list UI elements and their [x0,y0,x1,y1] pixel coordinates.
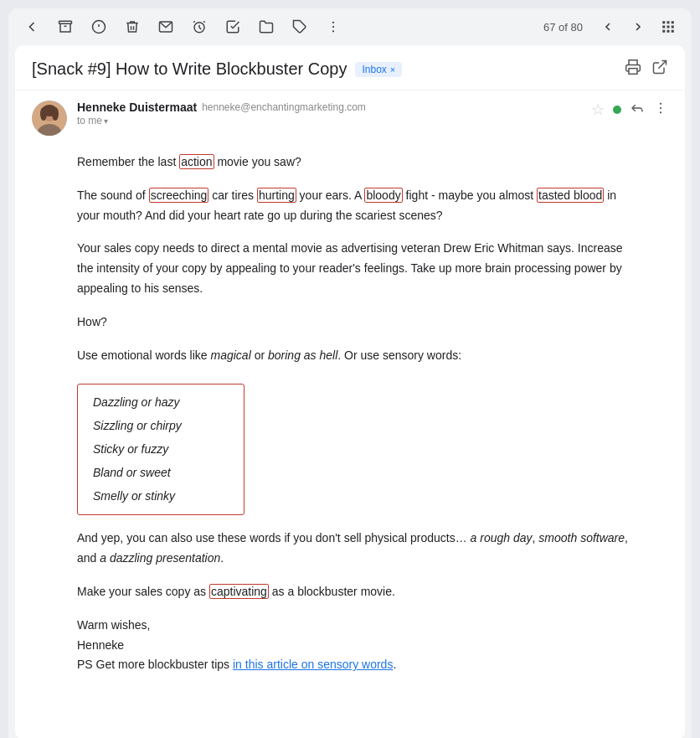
sensory-line-3: Sticky or fuzzy [93,440,229,460]
inbox-badge-close[interactable]: × [390,65,395,75]
svg-rect-10 [662,21,665,23]
snooze-button[interactable] [188,15,211,39]
svg-point-7 [332,22,334,23]
email-button[interactable] [154,15,178,39]
svg-rect-14 [667,26,670,28]
svg-point-25 [40,107,47,121]
email-subject: [Snack #9] How to Write Blockbuster Copy [32,59,347,79]
paragraph-3: Your sales copy needs to direct a mental… [77,239,635,298]
more-button[interactable] [322,15,345,39]
to-me-label: to me [77,115,102,126]
sender-name: Henneke Duistermaat [77,101,197,114]
email-container: 67 of 80 [Snack #9] How to Write Blockbu… [8,8,692,738]
label-button[interactable] [288,15,311,39]
svg-rect-18 [672,30,674,33]
paragraph-5: Use emotional words like magical or bori… [77,346,635,366]
email-body: [Snack #9] How to Write Blockbuster Copy… [15,45,685,738]
paragraph-6: And yep, you can also use these words if… [77,529,635,569]
to-me-dropdown[interactable]: to me ▾ [77,115,108,126]
paragraph-2: The sound of screeching car tires hurtin… [77,186,635,226]
highlight-action: action [179,154,214,169]
next-email-button[interactable] [626,15,650,39]
move-button[interactable] [255,15,278,39]
svg-point-27 [660,103,661,105]
paragraph-7: Make your sales copy as captivating as a… [77,582,635,602]
task-button[interactable] [221,15,244,39]
toolbar-left [20,15,540,39]
sender-meta: to me ▾ [77,115,591,126]
highlight-bloody: bloody [364,188,402,203]
svg-rect-11 [667,21,670,23]
reply-button[interactable] [630,101,645,119]
paragraph-4: How? [77,312,635,333]
print-button[interactable] [625,59,641,80]
sensory-line-2: Sizzling or chirpy [93,416,229,436]
highlight-captivating: captivating [209,584,269,599]
svg-rect-17 [667,30,670,33]
highlight-hurting: hurting [257,188,296,203]
toolbar: 67 of 80 [8,8,692,45]
svg-rect-13 [662,26,665,28]
svg-line-20 [658,61,666,69]
online-indicator [613,106,621,114]
svg-rect-19 [629,69,637,75]
sensory-article-link[interactable]: in this article on sensory words [233,658,393,671]
sender-bar: Henneke Duistermaat henneke@enchantingma… [15,90,685,146]
report-button[interactable] [87,15,111,39]
email-count: 67 of 80 [543,21,583,34]
sign-off: Warm wishes, Henneke PS Get more blockbu… [77,616,635,675]
back-button[interactable] [20,15,44,39]
svg-rect-16 [662,30,665,33]
svg-rect-12 [672,21,674,23]
apps-button[interactable] [656,15,680,39]
toolbar-right: 67 of 80 [543,15,680,39]
archive-button[interactable] [54,15,77,39]
svg-rect-15 [672,26,674,28]
avatar [32,101,67,136]
sensory-line-4: Bland or sweet [93,463,229,483]
highlight-tasted-blood: tasted blood [537,188,604,203]
subject-bar: [Snack #9] How to Write Blockbuster Copy… [15,45,685,90]
inbox-badge: Inbox × [355,62,402,77]
sensory-line-5: Smelly or stinky [93,487,229,507]
dropdown-icon: ▾ [104,116,108,126]
svg-point-8 [332,26,334,28]
inbox-badge-label: Inbox [362,64,386,75]
sensory-words-box: Dazzling or hazy Sizzling or chirpy Stic… [77,384,244,515]
delete-button[interactable] [121,15,144,39]
svg-rect-0 [59,21,72,23]
prev-email-button[interactable] [596,15,620,39]
sender-info: Henneke Duistermaat henneke@enchantingma… [77,101,591,126]
sender-name-row: Henneke Duistermaat henneke@enchantingma… [77,101,591,114]
svg-point-29 [660,111,661,113]
svg-point-26 [52,107,59,121]
sender-actions: ☆ [591,101,668,119]
subject-actions [625,59,668,80]
svg-point-9 [332,30,334,32]
svg-point-28 [660,107,661,109]
sensory-line-1: Dazzling or hazy [93,393,229,413]
highlight-screeching: screeching [149,188,209,203]
sender-more-button[interactable] [653,101,668,119]
paragraph-1: Remember the last action movie you saw? [77,152,635,173]
email-content: Remember the last action movie you saw? … [15,146,685,738]
sender-email: henneke@enchantingmarketing.com [202,101,366,113]
star-button[interactable]: ☆ [591,101,605,119]
popout-button[interactable] [651,59,668,80]
